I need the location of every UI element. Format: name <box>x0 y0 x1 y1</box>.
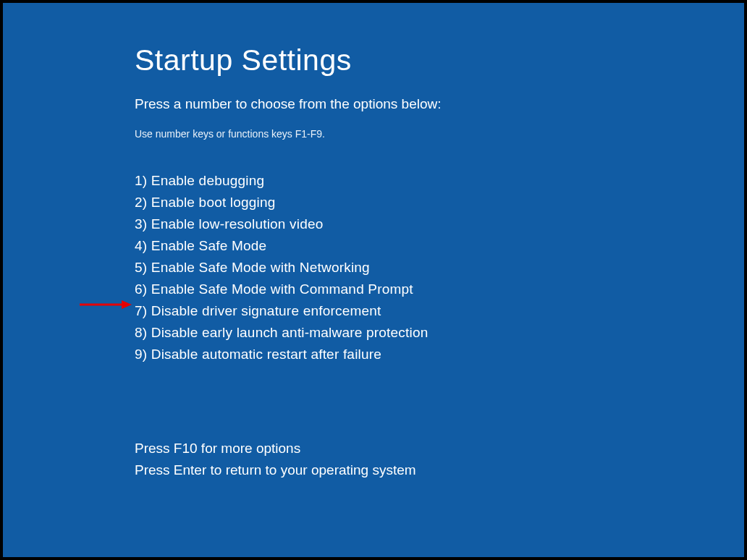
annotation-arrow-icon <box>78 299 133 310</box>
option-4[interactable]: 4) Enable Safe Mode <box>135 235 744 257</box>
svg-marker-1 <box>122 300 132 309</box>
page-title: Startup Settings <box>135 43 744 77</box>
hint-text: Use number keys or functions keys F1-F9. <box>135 128 744 140</box>
option-9[interactable]: 9) Disable automatic restart after failu… <box>135 344 744 365</box>
instruction-text: Press a number to choose from the option… <box>135 96 744 112</box>
option-2[interactable]: 2) Enable boot logging <box>135 192 744 213</box>
startup-settings-screen: Startup Settings Press a number to choos… <box>3 3 744 557</box>
option-3[interactable]: 3) Enable low-resolution video <box>135 213 744 235</box>
option-6[interactable]: 6) Enable Safe Mode with Command Prompt <box>135 279 744 300</box>
option-7[interactable]: 7) Disable driver signature enforcement <box>135 300 744 322</box>
options-list: 1) Enable debugging 2) Enable boot loggi… <box>135 170 744 365</box>
more-options-text: Press F10 for more options <box>135 438 744 459</box>
return-text: Press Enter to return to your operating … <box>135 459 744 481</box>
option-8[interactable]: 8) Disable early launch anti-malware pro… <box>135 322 744 344</box>
option-5[interactable]: 5) Enable Safe Mode with Networking <box>135 257 744 279</box>
option-1[interactable]: 1) Enable debugging <box>135 170 744 192</box>
